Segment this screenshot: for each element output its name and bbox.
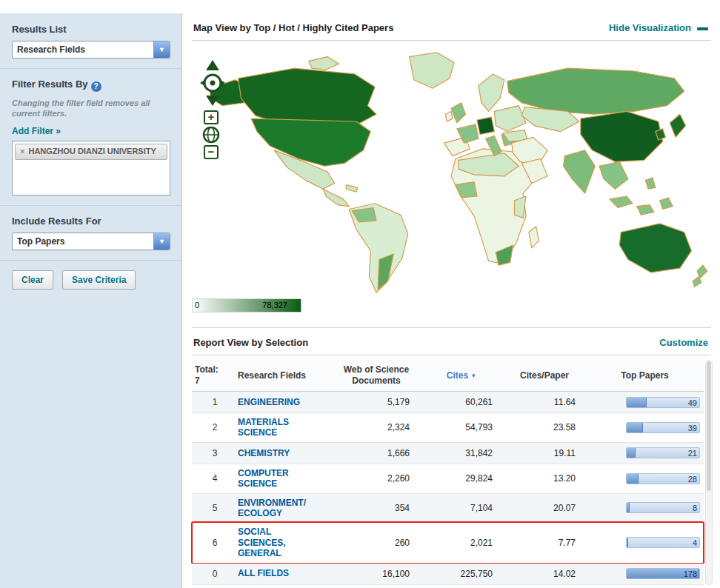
world-map[interactable]: + − 0 78,327 (192, 41, 711, 328)
remove-filter-icon[interactable]: × (20, 147, 24, 157)
wos-documents-value: 2,260 (333, 473, 420, 484)
top-papers-bar-fill (627, 423, 643, 432)
sidebar-divider (0, 68, 181, 69)
cites-value: 7,104 (420, 503, 503, 513)
top-papers-bar-fill (627, 448, 636, 458)
zoom-out-button[interactable]: − (204, 145, 219, 159)
esi-app: Results List Research Fields ▼ Filter Re… (0, 0, 720, 588)
filter-tag-label: HANGZHOU DIANZI UNIVERSITY (28, 147, 156, 157)
wos-documents-value: 16,100 (333, 569, 420, 579)
map-north-america (210, 53, 454, 207)
scrollbar-thumb[interactable] (707, 361, 711, 491)
filter-tag[interactable]: × HANGZHOU DIANZI UNIVERSITY (15, 144, 167, 160)
top-papers-bar-fill (627, 474, 639, 484)
zoom-world-button[interactable] (202, 126, 220, 144)
map-legend: 0 78,327 (192, 298, 301, 313)
header-cites[interactable]: Cites▼ (420, 370, 503, 381)
add-filter-link[interactable]: Add Filter » (12, 126, 61, 136)
save-criteria-button[interactable]: Save Criteria (62, 270, 136, 290)
research-field-link[interactable]: CHEMISTRY (238, 448, 290, 458)
row-rank: 4 (192, 473, 238, 484)
table-row: 5 ENVIRONMENT/ECOLOGY 354 7,104 20.07 8 (192, 494, 704, 524)
header-research-fields[interactable]: Research Fields (238, 370, 333, 381)
wos-documents-value: 354 (333, 503, 420, 513)
top-papers-value: 21 (688, 448, 697, 458)
top-papers-bar-fill (627, 398, 647, 407)
map-title: Map View by Top / Hot / Highly Cited Pap… (193, 22, 393, 33)
wos-documents-value: 5,179 (333, 397, 420, 407)
table-row: 4 COMPUTER SCIENCE 2,260 29,824 13.20 28 (192, 464, 704, 494)
cites-per-paper-value: 20.07 (503, 503, 586, 513)
filter-results-heading: Filter Results By? (12, 78, 170, 92)
table-row: 0 ALL FIELDS 16,100 225,750 14.02 178 (192, 564, 704, 585)
wos-documents-value: 1,666 (333, 448, 420, 458)
research-field-link[interactable]: MATERIALS SCIENCE (238, 417, 306, 438)
legend-min-label: 0 (195, 301, 199, 310)
top-papers-bar: 8 (626, 502, 700, 513)
top-papers-bar-fill (627, 503, 630, 512)
top-papers-value: 4 (693, 538, 697, 548)
header-wos-documents[interactable]: Web of Science Documents (333, 364, 420, 387)
top-papers-bar-fill (627, 538, 628, 547)
map-asia (503, 68, 686, 215)
research-field-link[interactable]: COMPUTER SCIENCE (238, 468, 306, 490)
cites-value: 2,021 (420, 538, 503, 548)
dropdown-arrow-icon[interactable]: ▼ (153, 41, 170, 58)
top-papers-bar: 39 (626, 422, 700, 433)
collapse-icon[interactable] (697, 27, 708, 30)
row-rank: 5 (192, 503, 238, 513)
table-row: 2 MATERIALS SCIENCE 2,324 54,793 23.58 3… (192, 413, 704, 443)
wos-documents-value: 2,324 (333, 422, 420, 432)
top-papers-bar: 4 (626, 537, 700, 548)
cites-value: 225,750 (420, 569, 503, 579)
help-icon[interactable]: ? (91, 81, 101, 92)
header-top-papers[interactable]: Top Papers (586, 370, 704, 381)
top-papers-value: 39 (688, 423, 697, 433)
results-list-dropdown[interactable]: Research Fields ▼ (12, 41, 170, 59)
top-papers-bar: 21 (626, 447, 700, 458)
top-papers-value: 49 (688, 398, 697, 408)
sort-descending-icon: ▼ (470, 372, 476, 379)
map-zoom-controls: + − (201, 109, 221, 161)
top-papers-bar: 49 (626, 397, 700, 408)
header-cites-per-paper[interactable]: Cites/Paper (503, 370, 586, 381)
customize-link[interactable]: Customize (659, 337, 708, 348)
main-content: Map View by Top / Hot / Highly Cited Pap… (183, 13, 720, 588)
cites-value: 60,261 (420, 397, 503, 407)
row-rank: 1 (192, 397, 238, 407)
report-section-header: Report View by Selection Customize (192, 328, 711, 355)
zoom-in-button[interactable]: + (204, 110, 219, 124)
cites-per-paper-value: 19.11 (503, 448, 586, 458)
include-results-value: Top Papers (13, 233, 153, 250)
report-table-body: 1 ENGINEERING 5,179 60,261 11.64 49 2 MA… (192, 392, 704, 585)
cites-per-paper-value: 7.77 (503, 538, 586, 548)
map-section-header: Map View by Top / Hot / Highly Cited Pap… (192, 13, 711, 41)
include-results-dropdown[interactable]: Top Papers ▼ (12, 233, 170, 250)
map-pan-control[interactable] (199, 60, 226, 108)
hide-visualization-link[interactable]: Hide Visualization (609, 22, 691, 33)
cites-per-paper-value: 13.20 (503, 473, 586, 484)
include-results-section: Include Results For Top Papers ▼ (12, 216, 170, 250)
research-field-link[interactable]: ENVIRONMENT/ECOLOGY (238, 498, 306, 519)
report-title: Report View by Selection (193, 337, 308, 348)
sidebar-divider (0, 205, 181, 206)
report-table: Total: 7 Research Fields Web of Science … (192, 360, 704, 585)
include-results-heading: Include Results For (12, 216, 170, 227)
research-field-link[interactable]: SOCIAL SCIENCES, GENERAL (238, 527, 306, 558)
table-row: 1 ENGINEERING 5,179 60,261 11.64 49 (192, 392, 704, 413)
cites-value: 54,793 (420, 422, 503, 432)
cites-per-paper-value: 23.58 (503, 422, 586, 432)
clear-button[interactable]: Clear (12, 270, 53, 290)
research-field-link[interactable]: ALL FIELDS (238, 568, 289, 578)
dropdown-arrow-icon[interactable]: ▼ (153, 233, 170, 250)
filter-note: Changing the filter field removes all cu… (12, 98, 170, 119)
top-papers-value: 8 (693, 503, 697, 513)
table-scrollbar[interactable] (705, 360, 713, 585)
research-field-link[interactable]: ENGINEERING (238, 397, 300, 407)
row-rank: 2 (192, 422, 238, 432)
cites-per-paper-value: 11.64 (503, 397, 586, 407)
results-list-value: Research Fields (13, 41, 153, 58)
cites-value: 31,842 (420, 448, 503, 458)
cites-per-paper-value: 14.02 (503, 569, 586, 579)
sidebar: Results List Research Fields ▼ Filter Re… (0, 13, 182, 588)
